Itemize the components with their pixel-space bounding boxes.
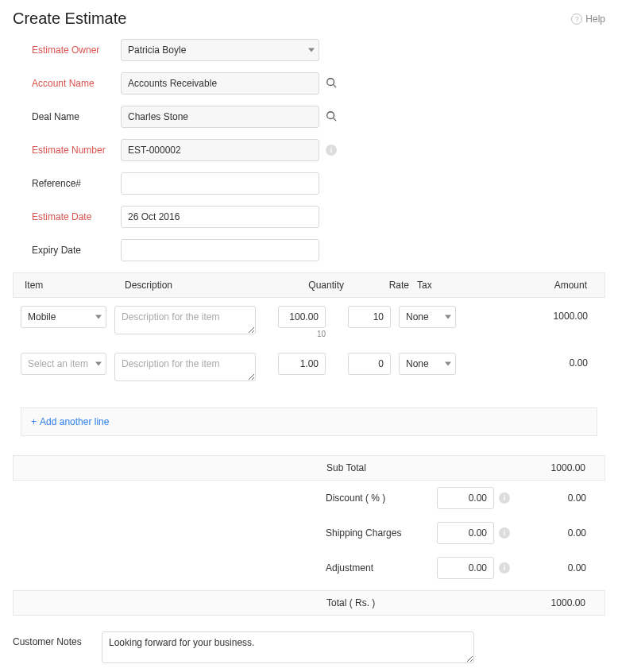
items-header: Item Description Quantity Rate Tax Amoun… (13, 272, 605, 298)
account-name-input[interactable] (121, 72, 319, 95)
help-label: Help (585, 14, 605, 25)
item-rate-input[interactable] (348, 353, 391, 375)
page-title: Create Estimate (13, 10, 126, 28)
svg-point-2 (327, 111, 334, 118)
deal-name-label: Deal Name (32, 111, 121, 122)
item-description-input[interactable] (114, 306, 256, 334)
customer-notes-label: Customer Notes (13, 631, 102, 663)
item-select[interactable]: Select an item (21, 353, 106, 375)
col-item: Item (21, 280, 125, 291)
item-rate-input[interactable] (348, 306, 391, 328)
account-name-label: Account Name (32, 78, 121, 89)
adjustment-value: 0.00 (510, 562, 596, 574)
discount-label: Discount ( % ) (326, 492, 437, 504)
item-row: Mobile 10 None 1000.00 (21, 306, 597, 338)
total-label: Total ( Rs. ) (326, 597, 438, 608)
search-icon[interactable] (326, 110, 337, 124)
svg-line-3 (334, 118, 337, 121)
chevron-down-icon (445, 315, 451, 319)
item-quantity-input[interactable] (278, 306, 326, 328)
discount-input[interactable] (437, 487, 494, 509)
subtotal-value: 1000.00 (438, 462, 595, 473)
shipping-label: Shipping Charges (326, 527, 437, 539)
add-line-label: Add another line (40, 416, 109, 427)
shipping-row: Shipping Charges i 0.00 (13, 516, 605, 550)
col-qty: Quantity (274, 280, 344, 291)
add-line-bar: +Add another line (21, 407, 597, 436)
subtotal-row: Sub Total 1000.00 (13, 455, 605, 481)
item-row: Select an item None 0.00 (21, 353, 597, 384)
adjustment-label: Adjustment (326, 562, 437, 574)
col-desc: Description (125, 280, 274, 291)
svg-line-1 (334, 84, 337, 87)
item-amount: 1000.00 (456, 306, 597, 322)
item-amount: 0.00 (456, 353, 597, 369)
estimate-owner-select[interactable]: Patricia Boyle (121, 39, 319, 61)
chevron-down-icon (95, 315, 102, 319)
estimate-number-label: Estimate Number (32, 145, 121, 156)
discount-value: 0.00 (510, 492, 596, 504)
col-tax: Tax (409, 280, 474, 291)
reference-label: Reference# (32, 178, 121, 189)
col-amount: Amount (474, 280, 597, 291)
estimate-date-label: Estimate Date (32, 211, 121, 222)
info-icon[interactable]: i (499, 527, 510, 539)
plus-icon: + (31, 416, 37, 427)
item-quantity-input[interactable] (278, 353, 326, 375)
estimate-number-input[interactable] (121, 139, 319, 161)
estimate-owner-label: Estimate Owner (32, 44, 121, 56)
chevron-down-icon (308, 48, 315, 52)
info-icon[interactable]: i (499, 492, 510, 504)
add-line-link[interactable]: +Add another line (31, 416, 109, 427)
chevron-down-icon (95, 362, 102, 366)
help-icon: ? (571, 14, 582, 25)
subtotal-label: Sub Total (326, 462, 438, 473)
expiry-date-label: Expiry Date (32, 245, 121, 256)
col-rate: Rate (344, 280, 409, 291)
help-link[interactable]: ? Help (571, 14, 605, 25)
estimate-date-input[interactable] (121, 206, 319, 228)
customer-notes-input[interactable] (102, 631, 474, 663)
item-select[interactable]: Mobile (21, 306, 106, 328)
info-icon[interactable]: i (499, 562, 510, 574)
deal-name-input[interactable] (121, 106, 319, 128)
item-quantity-sub: 10 (278, 330, 326, 338)
shipping-input[interactable] (437, 522, 494, 544)
info-icon[interactable]: i (326, 145, 337, 156)
total-value: 1000.00 (438, 597, 595, 608)
adjustment-row: Adjustment i 0.00 (13, 550, 605, 585)
shipping-value: 0.00 (510, 527, 596, 539)
total-row: Total ( Rs. ) 1000.00 (13, 590, 605, 616)
item-description-input[interactable] (114, 353, 256, 381)
adjustment-input[interactable] (437, 557, 494, 579)
reference-input[interactable] (121, 172, 319, 195)
discount-row: Discount ( % ) i 0.00 (13, 481, 605, 516)
svg-point-0 (327, 78, 334, 85)
expiry-date-input[interactable] (121, 239, 319, 261)
chevron-down-icon (445, 362, 451, 366)
search-icon[interactable] (326, 77, 337, 91)
